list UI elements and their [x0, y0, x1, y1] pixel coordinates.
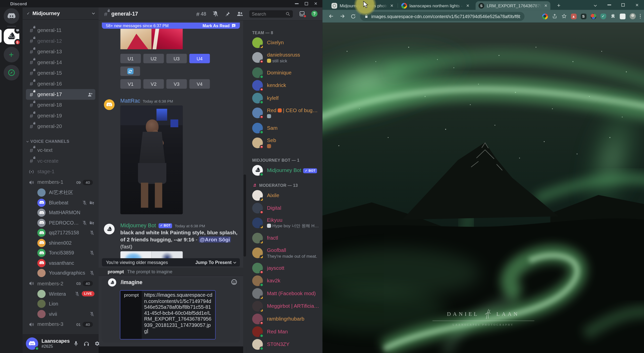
member-goofball[interactable]: GoofballThey're made out of meat.	[252, 244, 320, 261]
back-icon[interactable]	[328, 13, 334, 19]
extension-square-icon[interactable]	[620, 13, 625, 19]
tab-close-icon[interactable]: ✕	[544, 3, 547, 8]
server-header[interactable]: ✓ Midjourney	[23, 7, 99, 20]
member-seb[interactable]: Seb	[252, 134, 320, 152]
bookmark-star-icon[interactable]	[561, 14, 567, 19]
voice-user-Youandigraphics[interactable]: Youandigraphics	[37, 268, 95, 278]
scrollbar-thumb[interactable]	[244, 174, 246, 257]
channel-item-general-11[interactable]: #general-11	[26, 25, 95, 36]
prompt-input[interactable]: prompt https://images.squarespace-cdn.co…	[120, 290, 216, 339]
voice-channels-header[interactable]: VOICE CHANNELS	[23, 138, 99, 145]
avatar[interactable]	[26, 337, 38, 350]
voice-user-PEDROCOELHO…[interactable]: PEDROCOELHO…	[37, 218, 95, 228]
mic-icon[interactable]	[73, 341, 79, 346]
voice-channel-members-1[interactable]: members-10940	[26, 177, 95, 188]
tab-search-icon[interactable]	[588, 4, 602, 6]
member-kylelf[interactable]: kylelf	[252, 92, 320, 104]
google-icon[interactable]	[542, 13, 548, 19]
maximize-icon[interactable]	[305, 2, 308, 5]
midjourney-result-image[interactable]	[120, 251, 183, 258]
channel-item-general-16[interactable]: #general-16	[26, 78, 95, 89]
member-aixile[interactable]: Aixile	[252, 189, 320, 202]
close-icon[interactable]: ✕	[630, 3, 644, 7]
profile-avatar[interactable]	[629, 13, 635, 19]
member-red[interactable]: Red| CEO of bugs …	[252, 104, 320, 122]
member-red-man[interactable]: Red Man	[252, 325, 320, 338]
prompt-value[interactable]: https://images.squarespace-cdn.com/conte…	[142, 291, 215, 339]
extension-s-icon[interactable]: S	[581, 13, 586, 19]
voice-user-Tonci53859[interactable]: Tonci53859	[37, 248, 95, 258]
voice-channel-members-3[interactable]: members-30140	[26, 319, 95, 330]
channel-item-general-14[interactable]: #general-14	[26, 57, 95, 68]
threads-button[interactable]: #48	[196, 11, 206, 17]
server-icon-midjourney[interactable]: 5	[4, 29, 19, 44]
reroll-button[interactable]	[120, 66, 140, 76]
voice-user-MattHARMON[interactable]: MattHARMON	[37, 208, 95, 218]
add-server-button[interactable]: +	[4, 47, 19, 62]
upscale-button-U2[interactable]: U2	[143, 54, 164, 63]
maximize-icon[interactable]	[616, 3, 630, 7]
minimize-icon[interactable]	[602, 5, 616, 5]
upscale-button-U3[interactable]: U3	[166, 54, 187, 63]
voice-user-Lion[interactable]: Lion	[37, 299, 95, 309]
reload-icon[interactable]	[350, 13, 356, 19]
voice-user-vasanthanc[interactable]: vasanthanc	[37, 258, 95, 268]
voice-channel-vc-create[interactable]: #vc-create	[26, 156, 95, 166]
voice-channel-members-2[interactable]: members-20340	[26, 278, 95, 289]
pinned-messages-icon[interactable]	[225, 11, 230, 17]
member-jayscott[interactable]: jayscott	[252, 261, 320, 274]
shield-extension-icon[interactable]: ✓	[600, 13, 606, 19]
explore-servers-button[interactable]	[4, 65, 19, 80]
new-tab-button[interactable]: +	[555, 2, 562, 9]
share-icon[interactable]	[552, 14, 557, 19]
member-matt-(facebook-mod)[interactable]: Matt (Facebook mod)	[252, 287, 320, 300]
help-icon[interactable]: ?	[311, 11, 317, 17]
message-author[interactable]: MattRac	[120, 98, 140, 104]
forward-icon[interactable]	[339, 13, 345, 19]
notifications-off-icon[interactable]	[212, 11, 218, 17]
voice-user-vivii[interactable]: vivii	[37, 309, 95, 319]
voice-user-AI艺术社区[interactable]: AI艺术社区	[37, 188, 95, 198]
inbox-icon[interactable]	[299, 11, 305, 17]
member-ramblingrhubarb[interactable]: ramblingrhubarb	[252, 312, 320, 325]
search-input[interactable]: Search	[249, 10, 293, 17]
variation-button-V1[interactable]: V1	[120, 79, 141, 89]
member-kav2k[interactable]: kav2k	[252, 274, 320, 287]
channel-item-general-20[interactable]: #general-20	[26, 121, 95, 132]
member-eikyuu[interactable]: EikyuuHype boy 너만 원해 Hype …	[252, 214, 320, 232]
headphones-icon[interactable]	[83, 340, 89, 346]
channel-item-general-17[interactable]: #general-17	[26, 89, 95, 100]
member-digital[interactable]: Digital	[252, 202, 320, 214]
channel-item-general-15[interactable]: #general-15	[26, 68, 95, 78]
emoji-picker-icon[interactable]	[231, 279, 237, 285]
chat-scrollbar[interactable]	[243, 21, 247, 353]
channel-item-general-18[interactable]: #general-18	[26, 100, 95, 110]
member-dominique[interactable]: Dominique	[252, 66, 320, 79]
message-author[interactable]: Midjourney Bot	[120, 223, 156, 229]
voice-user-Bluebeat[interactable]: Bluebeat	[37, 198, 95, 208]
member-sam[interactable]: Sam	[252, 121, 320, 134]
member-danielrussruss[interactable]: danielrussrussstill sick	[252, 49, 320, 66]
member-midjourney-bot[interactable]: Midjourney Bot✓ BOT	[252, 164, 320, 176]
discord-home-button[interactable]	[4, 8, 19, 24]
extension-icon[interactable]: ▲	[571, 13, 577, 19]
channel-item-general-19[interactable]: #general-19	[26, 110, 95, 121]
member-list-icon[interactable]	[236, 11, 243, 17]
channel-item-general-13[interactable]: #general-13	[26, 46, 95, 57]
variation-button-V2[interactable]: V2	[143, 79, 164, 89]
voice-user-shinen002[interactable]: shinen002	[37, 238, 95, 248]
member-kendrick[interactable]: kendrick	[252, 79, 320, 92]
upscale-button-U1[interactable]: U1	[120, 54, 141, 63]
variation-button-V3[interactable]: V3	[166, 79, 187, 89]
close-icon[interactable]: ✕	[314, 2, 317, 6]
gear-icon[interactable]	[94, 341, 100, 346]
user-mention[interactable]: @Aron Sōgi	[199, 236, 231, 242]
member-meggirbot-|-artificial…[interactable]: Meggirbot | ARTificial…	[252, 300, 320, 313]
extensions-puzzle-icon[interactable]	[610, 14, 615, 19]
midjourney-grid-image[interactable]	[120, 29, 183, 49]
variation-button-V4[interactable]: V4	[189, 79, 210, 89]
tab-close-icon[interactable]: ✕	[390, 3, 393, 8]
member-st0n3zy[interactable]: ST0N3ZY	[252, 338, 320, 351]
jump-to-present-button[interactable]: Jump To Present	[195, 260, 236, 265]
avatar[interactable]	[104, 99, 114, 110]
